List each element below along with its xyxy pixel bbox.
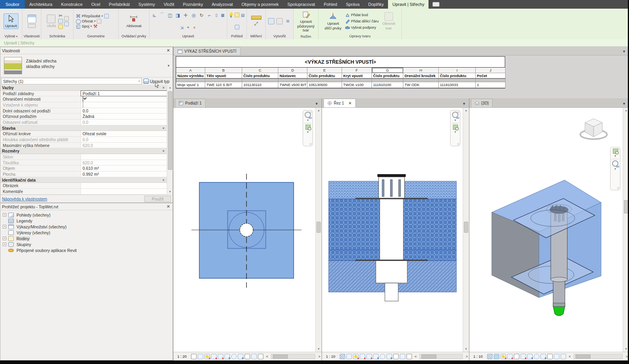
threed-canvas[interactable]: ▾ ▾ ▲ ▼ bbox=[469, 108, 629, 352]
scroll-down-icon[interactable]: ▼ bbox=[167, 189, 173, 195]
section-canvas[interactable]: ▾ ▾ ▲ ▼ bbox=[322, 108, 469, 352]
demolish-icon[interactable] bbox=[97, 19, 101, 24]
move-icon[interactable]: ✛ bbox=[183, 12, 189, 18]
project-browser-header[interactable]: Prohlížeč projektu - TopWet.rvt ✕ bbox=[0, 203, 173, 210]
expand-icon[interactable]: + bbox=[3, 243, 6, 246]
expand-icon[interactable]: + bbox=[3, 225, 6, 228]
scrollbar-thumb[interactable] bbox=[464, 222, 468, 233]
properties-help-link[interactable]: Nápověda k vlastnostem bbox=[2, 197, 144, 201]
tree-item-pohledy[interactable]: + Pohledy (všechny) bbox=[3, 212, 173, 218]
type-selector-preview[interactable]: Základní střecha skladba střechy ▾ bbox=[0, 54, 173, 77]
property-value[interactable] bbox=[81, 96, 167, 102]
close-view-icon[interactable]: ✕ bbox=[348, 101, 351, 105]
temporary-hide-isolate-icon[interactable] bbox=[231, 354, 237, 359]
properties-header[interactable]: Vlastnosti ✕ bbox=[0, 47, 173, 54]
visual-style-icon[interactable] bbox=[346, 354, 352, 359]
panel-label-properties[interactable]: Vlastnosti bbox=[22, 33, 41, 39]
rendering-dialog-icon[interactable] bbox=[514, 354, 519, 359]
panel-label-view[interactable]: Pohled bbox=[227, 33, 246, 39]
temporary-view-properties-icon[interactable] bbox=[393, 354, 399, 359]
wheel-caret-icon[interactable]: ▾ bbox=[614, 167, 616, 171]
project-browser-close-icon[interactable]: ✕ bbox=[166, 204, 171, 209]
section-header-rozmery[interactable]: Rozměry» bbox=[0, 148, 167, 154]
sun-path-icon[interactable]: × bbox=[204, 354, 210, 359]
scale-button[interactable]: 1 : 20 bbox=[177, 354, 187, 358]
locked-3d-view-icon[interactable] bbox=[561, 354, 566, 359]
navigation-bar[interactable]: ▾ ▾ bbox=[450, 110, 460, 146]
section-view-tab[interactable]: Řez 1 ✕ bbox=[324, 99, 356, 107]
detail-level-icon[interactable] bbox=[487, 354, 493, 359]
create-similar-icon[interactable]: ⧉ bbox=[285, 18, 291, 24]
duplicate-icon[interactable] bbox=[64, 16, 69, 21]
zoom-icon[interactable] bbox=[453, 125, 458, 130]
tree-item-rodiny[interactable]: + Rodiny bbox=[3, 235, 173, 241]
detail-level-icon[interactable] bbox=[191, 354, 197, 359]
temporary-view-properties-icon[interactable] bbox=[245, 354, 250, 359]
property-value[interactable]: Ořezat svisle bbox=[81, 131, 167, 136]
control-bar-collapse-icon[interactable]: < bbox=[569, 355, 571, 358]
type-selector-caret-icon[interactable]: ▾ bbox=[167, 64, 169, 68]
add-point-button[interactable]: Přidat bod bbox=[345, 13, 379, 17]
panel-label-select[interactable]: Vybrat ▾ bbox=[0, 33, 22, 39]
shadows-icon[interactable]: × bbox=[507, 354, 513, 359]
show-crop-region-icon[interactable]: 9 bbox=[527, 354, 533, 359]
schedule-data-row[interactable]: Moje vpusť 1TWE 110 S BIT 101130110TWNE … bbox=[176, 82, 505, 88]
view-tab-menu-caret-icon[interactable]: ▼ bbox=[315, 102, 318, 107]
rotate-icon[interactable]: ↻ bbox=[199, 12, 205, 18]
navigation-bar[interactable]: ▾ ▾ bbox=[303, 110, 313, 146]
tab-analyzovat[interactable]: Analyzovat bbox=[208, 0, 237, 9]
shadows-icon[interactable]: × bbox=[360, 354, 365, 359]
schedule-tab[interactable]: VÝKAZ STŘEŠNÍCH VPUSTÍ bbox=[173, 47, 241, 55]
paste-options-icon[interactable] bbox=[64, 22, 69, 26]
properties-close-icon[interactable]: ✕ bbox=[166, 48, 171, 53]
tab-vlozit[interactable]: Vložit bbox=[159, 0, 178, 9]
reveal-hidden-elements-icon[interactable]: 9 bbox=[541, 354, 546, 359]
properties-button[interactable] bbox=[26, 14, 37, 29]
section-header-identifikacni-data[interactable]: Identifikační data» bbox=[0, 177, 167, 183]
panel-label-create[interactable]: Vytvořit bbox=[266, 33, 293, 39]
crop-view-icon[interactable]: × bbox=[520, 354, 526, 359]
scroll-down-icon[interactable]: ▼ bbox=[463, 346, 469, 352]
zoom-caret-icon[interactable]: ▾ bbox=[614, 154, 616, 158]
tab-konstrukce[interactable]: Konstrukce bbox=[57, 0, 87, 9]
steering-wheel-icon[interactable] bbox=[452, 112, 458, 118]
view-tab-menu-caret-icon[interactable]: ▼ bbox=[462, 102, 466, 107]
lightbulb-icon[interactable]: 💡 bbox=[229, 13, 234, 17]
scale-icon[interactable]: ⇲ bbox=[180, 25, 184, 30]
tree-item-pripojene-soubory[interactable]: Připojené soubory aplikace Revit bbox=[3, 247, 173, 253]
join-button[interactable]: ◱ Spoj ▾ ⚒ bbox=[76, 24, 98, 29]
tree-item-legendy[interactable]: Legendy bbox=[3, 218, 173, 224]
schedule-header-row[interactable]: Název výrobkuTělo vpusti Číslo produktuN… bbox=[176, 73, 505, 79]
add-split-line-button[interactable]: Přidat dělicí čáru bbox=[345, 19, 379, 24]
pick-supports-button[interactable]: Vybrat podpory bbox=[345, 25, 379, 30]
show-crop-region-icon[interactable]: 9 bbox=[373, 354, 379, 359]
cut-button[interactable]: ◯ Ořezat ▾ bbox=[76, 19, 101, 24]
copy-element-icon[interactable]: ◎ bbox=[191, 12, 197, 18]
offset-icon[interactable]: ⌒ bbox=[159, 12, 166, 18]
ribbon-state-button[interactable]: ▾ bbox=[432, 0, 442, 9]
wheel-caret-icon[interactable]: ▾ bbox=[307, 119, 309, 122]
steering-wheel-icon[interactable] bbox=[305, 112, 311, 118]
property-value[interactable] bbox=[81, 183, 167, 188]
apply-button[interactable]: Použít bbox=[144, 196, 171, 202]
property-value[interactable] bbox=[81, 189, 167, 194]
sun-path-icon[interactable]: × bbox=[353, 354, 359, 359]
activate-controls-button[interactable]: Aktivovat bbox=[125, 14, 143, 29]
tab-ocel[interactable]: Ocel bbox=[87, 0, 105, 9]
panel-label-modify[interactable]: Upravit bbox=[149, 33, 227, 39]
crop-view-icon[interactable]: × bbox=[218, 354, 223, 359]
split-element-icon[interactable]: ▯ bbox=[214, 13, 219, 18]
analysis-display-icon[interactable] bbox=[258, 354, 263, 359]
scrollbar-thumb[interactable] bbox=[316, 222, 321, 233]
dimension-icon[interactable]: ⤢ bbox=[253, 20, 259, 27]
create-group-icon[interactable] bbox=[276, 18, 283, 24]
scale-button[interactable]: 1 : 10 bbox=[473, 354, 483, 358]
tab-architektura[interactable]: Architektura bbox=[25, 0, 57, 9]
cut-geometry-icon[interactable] bbox=[104, 14, 109, 18]
tab-spolupracovat[interactable]: Spolupracovat bbox=[283, 0, 319, 9]
tab-sprava[interactable]: Správa bbox=[342, 0, 364, 9]
scroll-up-icon[interactable]: ▲ bbox=[316, 108, 322, 113]
reveal-hidden-elements-icon[interactable]: 9 bbox=[238, 354, 243, 359]
steering-wheel-icon[interactable] bbox=[612, 160, 618, 167]
tab-pohled[interactable]: Pohled bbox=[319, 0, 341, 9]
